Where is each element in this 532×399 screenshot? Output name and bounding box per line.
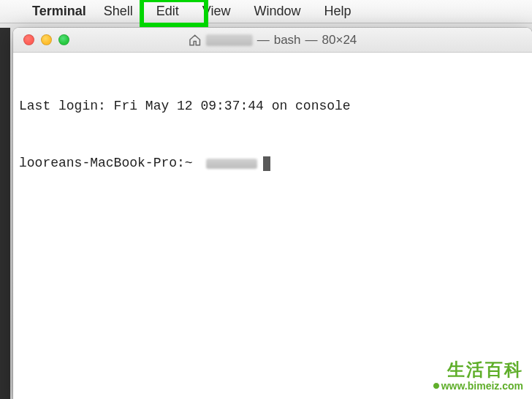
macos-menubar: Terminal Shell Edit View Window Help bbox=[0, 0, 532, 23]
menubar-item-help[interactable]: Help bbox=[319, 2, 355, 20]
terminal-window: — bash — 80×24 Last login: Fri May 12 09… bbox=[13, 28, 532, 399]
redacted-username bbox=[206, 34, 253, 46]
title-separator: — bbox=[257, 33, 270, 48]
title-process: bash bbox=[274, 33, 301, 48]
title-separator: — bbox=[305, 33, 318, 48]
terminal-cursor bbox=[263, 156, 270, 171]
menubar-item-edit[interactable]: Edit bbox=[152, 2, 183, 20]
menubar-item-shell[interactable]: Shell bbox=[99, 2, 137, 20]
minimize-button[interactable] bbox=[41, 34, 52, 45]
close-button[interactable] bbox=[23, 34, 34, 45]
watermark-url: www.bimeiz.com bbox=[433, 380, 523, 392]
window-controls bbox=[13, 34, 69, 45]
terminal-prompt-line: looreans-MacBook-Pro:~ bbox=[19, 153, 526, 172]
terminal-prompt: looreans-MacBook-Pro:~ bbox=[19, 153, 200, 172]
window-title: — bash — 80×24 bbox=[189, 33, 357, 48]
menubar-item-view[interactable]: View bbox=[198, 2, 235, 20]
home-folder-icon bbox=[189, 34, 202, 47]
menubar-app-name[interactable]: Terminal bbox=[32, 4, 86, 19]
watermark: 生活百科 www.bimeiz.com bbox=[433, 358, 523, 392]
menubar-item-window[interactable]: Window bbox=[249, 2, 305, 20]
globe-icon bbox=[433, 382, 440, 390]
background-window-edge bbox=[0, 28, 10, 399]
terminal-line-last-login: Last login: Fri May 12 09:37:44 on conso… bbox=[19, 96, 526, 115]
title-dimensions: 80×24 bbox=[322, 33, 357, 48]
terminal-content[interactable]: Last login: Fri May 12 09:37:44 on conso… bbox=[13, 53, 532, 399]
redacted-username-prompt bbox=[206, 159, 257, 169]
watermark-text: 生活百科 bbox=[433, 358, 523, 381]
zoom-button[interactable] bbox=[58, 34, 69, 45]
window-titlebar[interactable]: — bash — 80×24 bbox=[13, 28, 532, 53]
